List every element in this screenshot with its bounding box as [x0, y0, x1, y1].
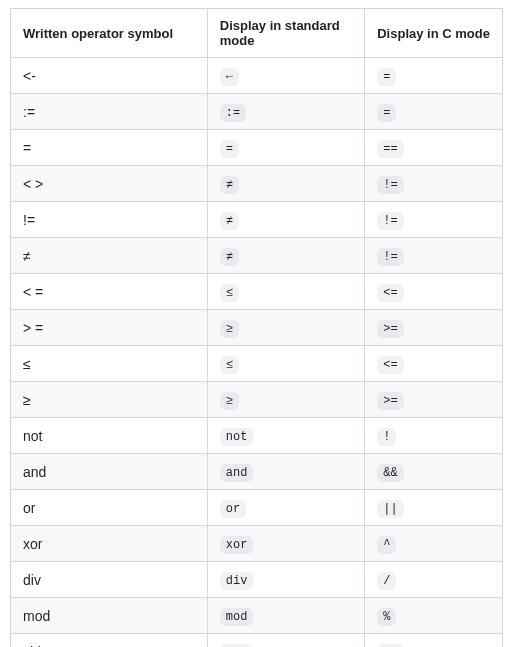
written-operator: ≤: [23, 356, 31, 372]
cmode-display: &&: [377, 464, 403, 482]
cell-cmode: ||: [365, 490, 503, 526]
cell-written: not: [11, 418, 208, 454]
cell-written: <-: [11, 58, 208, 94]
cmode-display: ^: [377, 536, 396, 554]
cell-standard: ≠: [207, 238, 364, 274]
table-row: notnot!: [11, 418, 503, 454]
cell-written: mod: [11, 598, 208, 634]
cell-cmode: =: [365, 58, 503, 94]
cell-written: ≠: [11, 238, 208, 274]
table-row: oror||: [11, 490, 503, 526]
cell-cmode: <=: [365, 346, 503, 382]
standard-display: ≤: [220, 356, 239, 374]
table-row: ====: [11, 130, 503, 166]
cmode-display: >=: [377, 392, 403, 410]
table-row: xorxor^: [11, 526, 503, 562]
cell-cmode: !=: [365, 202, 503, 238]
header-standard: Display in standard mode: [207, 9, 364, 58]
header-cmode: Display in C mode: [365, 9, 503, 58]
cell-written: shl: [11, 634, 208, 648]
cell-written: and: [11, 454, 208, 490]
cell-standard: =: [207, 130, 364, 166]
standard-display: xor: [220, 536, 254, 554]
table-row: shlshl<<: [11, 634, 503, 648]
standard-display: ≠: [220, 212, 239, 230]
cell-written: :=: [11, 94, 208, 130]
cell-written: xor: [11, 526, 208, 562]
cell-written: ≤: [11, 346, 208, 382]
page-root: Written operator symbol Display in stand…: [0, 0, 513, 647]
cell-standard: ≤: [207, 346, 364, 382]
standard-display: and: [220, 464, 254, 482]
cell-cmode: /: [365, 562, 503, 598]
written-operator: =: [23, 140, 31, 156]
written-operator: mod: [23, 608, 50, 624]
standard-display: ≠: [220, 248, 239, 266]
written-operator: or: [23, 500, 35, 516]
written-operator: :=: [23, 104, 35, 120]
cell-written: or: [11, 490, 208, 526]
written-operator: ≠: [23, 248, 31, 264]
cell-standard: :=: [207, 94, 364, 130]
cell-standard: xor: [207, 526, 364, 562]
cmode-display: =: [377, 104, 396, 122]
cell-cmode: >=: [365, 310, 503, 346]
cell-cmode: =: [365, 94, 503, 130]
cell-standard: ≥: [207, 382, 364, 418]
cell-standard: ≤: [207, 274, 364, 310]
cmode-display: !=: [377, 176, 403, 194]
standard-display: ≤: [220, 284, 239, 302]
cmode-display: <=: [377, 284, 403, 302]
written-operator: not: [23, 428, 42, 444]
standard-display: or: [220, 500, 246, 518]
cell-written: =: [11, 130, 208, 166]
cmode-display: !=: [377, 248, 403, 266]
table-row: < >≠!=: [11, 166, 503, 202]
cell-cmode: !: [365, 418, 503, 454]
written-operator: ≥: [23, 392, 31, 408]
cell-cmode: <=: [365, 274, 503, 310]
operator-table: Written operator symbol Display in stand…: [10, 8, 503, 647]
written-operator: <-: [23, 68, 36, 84]
cell-standard: ≠: [207, 202, 364, 238]
cell-cmode: <<: [365, 634, 503, 648]
table-row: ≤≤<=: [11, 346, 503, 382]
cmode-display: <=: [377, 356, 403, 374]
table-row: divdiv/: [11, 562, 503, 598]
cell-written: < =: [11, 274, 208, 310]
standard-display: :=: [220, 104, 246, 122]
table-body: <-←=:=:======< >≠!=!=≠!=≠≠!=< =≤<=> =≥>=…: [11, 58, 503, 648]
cell-written: !=: [11, 202, 208, 238]
table-row: <-←=: [11, 58, 503, 94]
written-operator: and: [23, 464, 46, 480]
cell-written: < >: [11, 166, 208, 202]
cell-standard: ←: [207, 58, 364, 94]
table-header: Written operator symbol Display in stand…: [11, 9, 503, 58]
written-operator: shl: [23, 644, 41, 648]
cmode-display: =: [377, 68, 396, 86]
cmode-display: ==: [377, 140, 403, 158]
written-operator: !=: [23, 212, 35, 228]
header-written: Written operator symbol: [11, 9, 208, 58]
written-operator: < >: [23, 176, 43, 192]
cell-written: > =: [11, 310, 208, 346]
cell-standard: shl: [207, 634, 364, 648]
written-operator: xor: [23, 536, 42, 552]
cell-standard: mod: [207, 598, 364, 634]
cmode-display: /: [377, 572, 396, 590]
standard-display: =: [220, 140, 239, 158]
table-row: < =≤<=: [11, 274, 503, 310]
written-operator: div: [23, 572, 41, 588]
cell-cmode: ^: [365, 526, 503, 562]
cell-standard: not: [207, 418, 364, 454]
table-row: > =≥>=: [11, 310, 503, 346]
cell-standard: and: [207, 454, 364, 490]
cell-cmode: !=: [365, 238, 503, 274]
standard-display: not: [220, 428, 254, 446]
written-operator: < =: [23, 284, 43, 300]
cell-written: div: [11, 562, 208, 598]
table-row: :=:==: [11, 94, 503, 130]
cell-cmode: &&: [365, 454, 503, 490]
cmode-display: ||: [377, 500, 403, 518]
cell-standard: ≠: [207, 166, 364, 202]
